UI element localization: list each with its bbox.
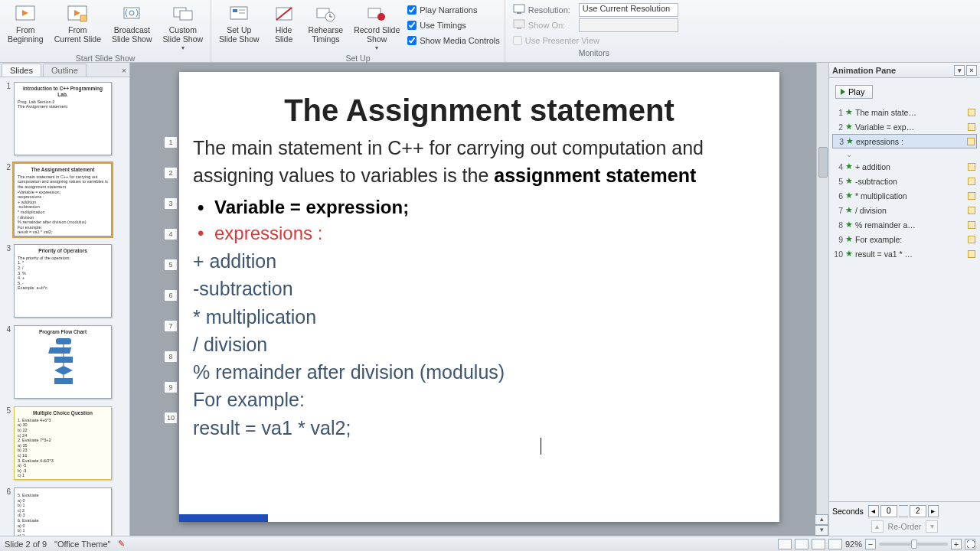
timeline-seconds: Seconds ◂ 0 2 ▸ xyxy=(832,505,977,517)
from-beginning-icon xyxy=(13,3,38,24)
animation-item[interactable]: 6★* multiplication xyxy=(832,188,977,203)
slide-thumbnail[interactable]: 5Multiple Choice Question1. Evaluate 4+6… xyxy=(3,406,126,480)
record-icon xyxy=(364,3,389,24)
star-icon: ★ xyxy=(845,234,853,244)
animation-item[interactable]: 1★The main state… xyxy=(832,105,977,119)
star-icon: ★ xyxy=(845,220,853,230)
hide-slide-button[interactable]: Hide Slide xyxy=(267,2,301,53)
view-reading-button[interactable] xyxy=(812,539,825,549)
slide-thumbnail[interactable]: 1Introduction to C++ Programming Lab.Pro… xyxy=(3,82,126,155)
rehearse-timings-button[interactable]: Rehearse Timings xyxy=(305,2,347,53)
animation-item[interactable]: 4★+ addition xyxy=(832,159,977,174)
slides-panel: Slides Outline × 1Introduction to C++ Pr… xyxy=(0,63,130,536)
example-label: For example: xyxy=(193,386,766,413)
play-button[interactable]: Play xyxy=(835,85,873,99)
monitor-icon xyxy=(513,4,525,16)
bullet-expressions: expressions : xyxy=(193,220,766,247)
close-icon[interactable]: × xyxy=(119,66,129,77)
fit-window-button[interactable]: ⛶ xyxy=(965,539,975,549)
record-slide-show-button[interactable]: Record Slide Show ▾ xyxy=(351,2,403,53)
ribbon-group-monitors: Resolution: Use Current Resolution Show … xyxy=(505,0,683,62)
zoom-percent: 92% xyxy=(845,540,862,549)
op-addition: + addition xyxy=(193,247,766,275)
custom-slide-show-button[interactable]: Custom Slide Show ▾ xyxy=(160,2,207,53)
zoom-in-button[interactable]: + xyxy=(951,539,962,549)
spellcheck-icon[interactable]: ✎ xyxy=(118,539,125,549)
slide-body[interactable]: The main statement in C++ for carrying o… xyxy=(193,134,766,442)
broadcast-slide-show-button[interactable]: Broadcast Slide Show xyxy=(109,2,155,53)
op-multiplication: * multiplication xyxy=(193,303,766,331)
hide-slide-icon xyxy=(272,3,296,24)
view-slideshow-button[interactable] xyxy=(828,539,842,549)
play-icon xyxy=(841,89,845,95)
animation-item[interactable]: 5★-subtraction xyxy=(832,174,977,188)
svg-rect-21 xyxy=(514,5,524,12)
show-on-row: Show On: xyxy=(513,18,678,32)
star-icon: ★ xyxy=(845,107,853,117)
op-division: / division xyxy=(193,331,766,358)
animation-item[interactable]: 10★result = va1 * … xyxy=(832,246,977,261)
reorder-down-button[interactable]: ▾ xyxy=(926,520,938,533)
view-normal-button[interactable] xyxy=(778,539,792,549)
resolution-select[interactable]: Use Current Resolution xyxy=(579,3,678,17)
show-media-controls-checkbox[interactable]: Show Media Controls xyxy=(407,34,500,47)
animation-item[interactable]: 3★expressions : xyxy=(832,134,977,148)
animation-pane-title: Animation Pane xyxy=(832,66,896,75)
slide-title[interactable]: The Assignment statement xyxy=(193,93,766,128)
setup-icon xyxy=(227,3,251,24)
star-icon: ★ xyxy=(845,191,853,201)
pane-menu-button[interactable]: ▾ xyxy=(954,65,965,76)
svg-rect-12 xyxy=(239,12,245,14)
zoom-slider[interactable] xyxy=(879,543,948,546)
set-up-slide-show-button[interactable]: Set Up Slide Show xyxy=(216,2,263,53)
zoom-out-button[interactable]: − xyxy=(865,539,876,549)
reorder-up-button[interactable]: ▴ xyxy=(871,520,884,533)
slide-editor[interactable]: 12345678910 The Assignment statement The… xyxy=(130,63,828,536)
thumbnail-list[interactable]: 1Introduction to C++ Programming Lab.Pro… xyxy=(0,77,129,536)
from-current-icon xyxy=(65,3,90,24)
from-beginning-button[interactable]: From Beginning xyxy=(5,2,47,53)
next-slide-button[interactable]: ▾ xyxy=(815,525,828,536)
timing-swatch xyxy=(968,207,975,214)
timing-swatch xyxy=(968,236,975,243)
use-timings-checkbox[interactable]: Use Timings xyxy=(407,18,500,32)
svg-rect-26 xyxy=(48,347,71,354)
svg-rect-24 xyxy=(517,28,521,29)
timing-swatch xyxy=(968,109,975,116)
svg-rect-22 xyxy=(517,12,521,14)
timing-swatch xyxy=(968,123,975,131)
seconds-next-button[interactable]: ▸ xyxy=(928,505,939,517)
animation-item[interactable]: 8★% remainder a… xyxy=(832,217,977,232)
animation-item[interactable]: 9★For example: xyxy=(832,232,977,246)
animation-list[interactable]: 1★The main state…2★Variable = exp…3★expr… xyxy=(829,105,980,501)
reorder-label: Re-Order xyxy=(888,522,922,531)
svg-rect-27 xyxy=(54,357,73,363)
timing-swatch xyxy=(968,192,975,200)
play-narrations-checkbox[interactable]: Play Narrations xyxy=(407,3,500,17)
svg-rect-23 xyxy=(514,20,524,28)
resolution-row: Resolution: Use Current Resolution xyxy=(513,3,678,17)
group-label-monitors: Monitors xyxy=(510,47,678,59)
svg-rect-10 xyxy=(233,9,237,12)
status-slide-number: Slide 2 of 9 xyxy=(5,540,47,549)
op-modulus: % remainder after division (modulus) xyxy=(193,358,766,386)
slide-thumbnail[interactable]: 2The Assignment statementThe main statem… xyxy=(3,163,126,236)
svg-marker-28 xyxy=(54,366,73,375)
editor-scrollbar[interactable] xyxy=(816,63,828,536)
animation-item[interactable]: 7★/ division xyxy=(832,203,977,217)
slide-thumbnail[interactable]: 3Priority of OperatorsThe priority of th… xyxy=(3,244,126,318)
svg-point-20 xyxy=(377,13,385,21)
star-icon: ★ xyxy=(845,205,853,215)
from-current-slide-button[interactable]: From Current Slide xyxy=(51,2,104,53)
slide-thumbnail[interactable]: 4Program Flow Chart xyxy=(3,325,126,399)
view-sorter-button[interactable] xyxy=(795,539,808,549)
slide-thumbnail[interactable]: 65. Evaluate a) 0 b) 1 c) 2 d) 3 6. Eval… xyxy=(3,487,126,536)
tab-outline[interactable]: Outline xyxy=(43,64,87,77)
seconds-prev-button[interactable]: ◂ xyxy=(868,505,879,517)
tab-slides[interactable]: Slides xyxy=(2,64,41,77)
slide-canvas[interactable]: The Assignment statement The main statem… xyxy=(179,72,779,522)
prev-slide-button[interactable]: ▴ xyxy=(815,514,828,525)
animation-item[interactable]: 2★Variable = exp… xyxy=(832,119,977,134)
monitor-icon xyxy=(513,19,525,31)
pane-close-button[interactable]: × xyxy=(966,65,977,76)
